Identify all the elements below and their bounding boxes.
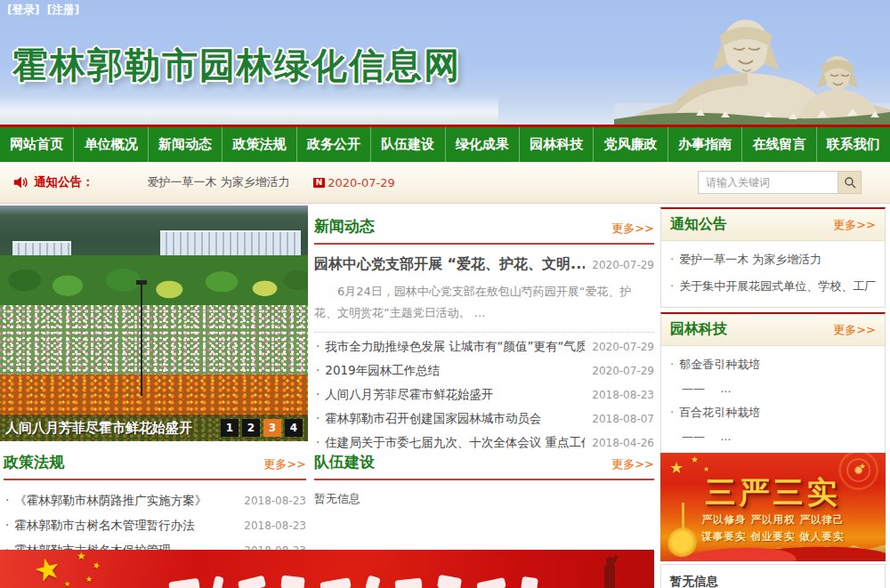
star-icon: ★ xyxy=(85,575,93,584)
register-link[interactable]: [注册] xyxy=(47,3,79,16)
tech-item-link[interactable]: 郁金香引种栽培 xyxy=(670,351,876,378)
statue-image xyxy=(614,0,890,125)
star-icon: ★ xyxy=(859,462,866,471)
news-more-link[interactable]: 更多>> xyxy=(611,221,654,237)
calligraphy-stroke xyxy=(521,576,538,588)
nav-item-achievements[interactable]: 绿化成果 xyxy=(445,127,519,162)
policy-item-link[interactable]: 霍林郭勒市古树名木管理暂行办法 xyxy=(4,512,237,537)
policies-section: 政策法规 更多>> 《霍林郭勒市林荫路推广实施方案》 2018-08-23 霍林… xyxy=(4,452,306,562)
carousel-caption-link[interactable]: 人间八月芳菲尽霍市鲜花始盛开 xyxy=(5,420,215,437)
divider xyxy=(314,332,654,333)
star-icon: ★ xyxy=(64,580,70,588)
tech-box-more-link[interactable]: 更多>> xyxy=(833,322,876,338)
star-icon: ★ xyxy=(91,560,101,571)
promo-banner-title: 三严三实 xyxy=(660,472,886,513)
carousel-photo-hills xyxy=(0,205,308,261)
notice-item-link[interactable]: 关于集中开展花园式单位、学校、工厂... xyxy=(670,273,876,300)
nav-item-team[interactable]: 队伍建设 xyxy=(370,127,444,162)
notices-box-more-link[interactable]: 更多>> xyxy=(833,217,876,233)
photo-carousel[interactable]: 人间八月芳菲尽霍市鲜花始盛开 1 2 3 4 xyxy=(0,205,308,441)
carousel-page-4[interactable]: 4 xyxy=(285,419,303,437)
carousel-pager: 1 2 3 4 xyxy=(221,419,303,437)
policies-more-link[interactable]: 更多>> xyxy=(263,456,306,472)
news-item-link[interactable]: 人间八月芳菲尽霍市鲜花始盛开 xyxy=(314,383,585,407)
carousel-page-2[interactable]: 2 xyxy=(242,419,260,437)
notice-bar: 通知公告： 爱护一草一木 为家乡增活力 N 2020-07-29 xyxy=(0,162,890,204)
main-nav: 网站首页 单位概况 新闻动态 政策法规 政务公开 队伍建设 绿化成果 园林科技 … xyxy=(0,125,890,162)
tech-item-link[interactable]: 百合花引种栽培 xyxy=(670,399,876,426)
search-input[interactable] xyxy=(698,171,838,194)
search-button[interactable] xyxy=(838,171,862,194)
carousel-page-3[interactable]: 3 xyxy=(263,419,281,437)
tech-box-header: 园林科技 更多>> xyxy=(661,314,885,346)
notices-box-title: 通知公告 xyxy=(670,215,727,234)
policies-header: 政策法规 更多>> xyxy=(4,452,306,480)
news-title: 新闻动态 xyxy=(314,216,375,237)
news-item-link[interactable]: 我市全力助推绿色发展 让城市有“颜值”更有“气质” xyxy=(314,334,585,358)
tech-box-title: 园林科技 xyxy=(670,320,727,339)
policy-item-link[interactable]: 《霍林郭勒市林荫路推广实施方案》 xyxy=(4,487,237,512)
nav-item-home[interactable]: 网站首页 xyxy=(0,127,73,162)
tech-item-sub[interactable]: —— ... xyxy=(670,426,876,447)
bottom-banner[interactable]: ★ ★ ★ ★ ★ xyxy=(0,550,654,588)
notice-date: 2020-07-29 xyxy=(328,176,395,189)
policy-list-item: 霍林郭勒市古树名木管理暂行办法 2018-08-23 xyxy=(4,512,306,537)
news-list-item: 我市全力助推绿色发展 让城市有“颜值”更有“气质” 2020-07-29 xyxy=(314,334,654,358)
team-empty-text: 暂无信息 xyxy=(314,491,654,507)
featured-news-summary[interactable]: 6月24日，园林中心党支部在敖包山芍药园开展“爱花、护花、文明赏花”主题党日活动… xyxy=(314,281,654,324)
page: [登录] [注册] 霍林郭勒市园林绿化信息网 xyxy=(0,0,890,588)
new-badge: N xyxy=(313,178,326,188)
carousel-caption-bar: 人间八月芳菲尽霍市鲜花始盛开 1 2 3 4 xyxy=(0,415,308,441)
speaker-icon xyxy=(12,174,28,190)
news-list: 我市全力助推绿色发展 让城市有“颜值”更有“气质” 2020-07-29 201… xyxy=(314,334,654,455)
notice-headline-link[interactable]: 爱护一草一木 为家乡增活力 xyxy=(148,174,290,190)
team-more-link[interactable]: 更多>> xyxy=(611,456,654,472)
notice-label: 通知公告： xyxy=(34,174,94,190)
news-item-link[interactable]: 霍林郭勒市召开创建国家园林城市动员会 xyxy=(314,407,585,431)
featured-news: 园林中心党支部开展 “爱花、护花、文明... 2020-07-29 xyxy=(314,255,654,274)
notices-box: 通知公告 更多>> 爱护一草一木 为家乡增活力 关于集中开展花园式单位、学校、工… xyxy=(660,207,886,308)
nav-item-message[interactable]: 在线留言 xyxy=(741,127,815,162)
nav-item-tech[interactable]: 园林科技 xyxy=(519,127,593,162)
featured-news-date: 2020-07-29 xyxy=(592,259,654,271)
calligraphy-stroke xyxy=(365,575,381,588)
news-header: 新闻动态 更多>> xyxy=(314,216,654,245)
nav-item-policies[interactable]: 政策法规 xyxy=(222,127,295,162)
policies-title: 政策法规 xyxy=(4,452,64,472)
nav-item-party[interactable]: 党风廉政 xyxy=(593,127,667,162)
bottom-right-box-body: 暂无信息 xyxy=(661,565,885,588)
featured-news-title[interactable]: 园林中心党支部开展 “爱花、护花、文明... xyxy=(314,255,585,274)
calligraphy-stroke xyxy=(476,577,506,588)
news-item-link[interactable]: 2019年园林工作总结 xyxy=(314,358,585,383)
carousel-page-1[interactable]: 1 xyxy=(221,419,239,437)
bottom-right-empty-text: 暂无信息 xyxy=(670,574,718,588)
bottom-right-box: 暂无信息 xyxy=(660,564,886,588)
tech-box: 园林科技 更多>> 郁金香引种栽培 —— ... 百合花引种栽培 —— ... xyxy=(660,312,886,455)
search-icon xyxy=(844,176,856,189)
news-section: 新闻动态 更多>> 园林中心党支部开展 “爱花、护花、文明... 2020-07… xyxy=(314,216,654,455)
tech-box-body: 郁金香引种栽培 —— ... 百合花引种栽培 —— ... xyxy=(661,346,885,455)
tech-item-sub[interactable]: —— ... xyxy=(670,378,876,399)
calligraphy-stroke xyxy=(280,576,304,588)
calligraphy-stroke xyxy=(238,576,266,588)
page-title: 霍林郭勒市园林绿化信息网 xyxy=(12,41,461,90)
nav-item-about[interactable]: 单位概况 xyxy=(73,127,147,162)
nav-item-news[interactable]: 新闻动态 xyxy=(148,127,222,162)
genghis-statues-icon xyxy=(614,0,890,125)
team-header: 队伍建设 更多>> xyxy=(314,452,654,480)
team-section: 队伍建设 更多>> 暂无信息 xyxy=(314,452,654,507)
site-header: [登录] [注册] 霍林郭勒市园林绿化信息网 xyxy=(0,0,890,125)
notices-box-body: 爱护一草一木 为家乡增活力 关于集中开展花园式单位、学校、工厂... xyxy=(661,241,885,307)
calligraphy-stroke xyxy=(168,578,200,588)
login-link[interactable]: [登录] xyxy=(7,3,39,16)
nav-item-gov-affairs[interactable]: 政务公开 xyxy=(296,127,370,162)
search-area xyxy=(698,171,862,194)
promo-banner[interactable]: ★ ★ ★ ★ 三严三实 严以修身 严以用权 严以律己 谋事要实 创业要实 做人… xyxy=(660,453,886,561)
nav-item-contact[interactable]: 联系我们 xyxy=(816,127,890,162)
nav-item-guide[interactable]: 办事指南 xyxy=(668,127,741,162)
news-item-date: 2018-08-23 xyxy=(592,383,654,407)
statue-silhouette xyxy=(594,553,624,588)
notice-item-link[interactable]: 爱护一草一木 为家乡增活力 xyxy=(670,246,876,273)
news-list-item: 2019年园林工作总结 2020-07-29 xyxy=(314,358,654,383)
team-title: 队伍建设 xyxy=(314,452,375,472)
